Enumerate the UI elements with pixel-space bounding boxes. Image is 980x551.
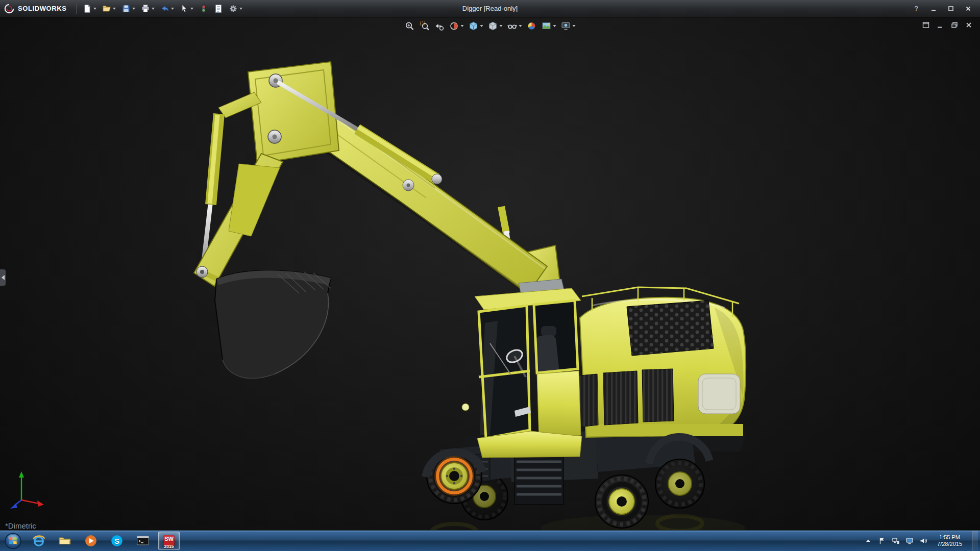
command-prompt-button[interactable] (132, 532, 154, 550)
excavator-model[interactable] (0, 17, 980, 531)
volume-button[interactable] (918, 535, 928, 546)
options-button[interactable] (227, 2, 244, 15)
select-button[interactable] (178, 2, 195, 15)
display-button[interactable] (904, 535, 915, 546)
zoom-to-area-button[interactable] (419, 20, 431, 32)
graphics-area[interactable]: *Dimetric (0, 17, 980, 531)
solidworks-icon (162, 534, 176, 548)
wheel-rear-left[interactable] (595, 475, 648, 528)
show-desktop-button[interactable] (972, 531, 978, 551)
window-menu-icon (922, 21, 930, 29)
rebuild-button[interactable] (197, 2, 210, 15)
orientation-label: *Dimetric (5, 521, 36, 530)
wheel-rear-right[interactable] (655, 459, 704, 508)
apply-scene-icon (542, 21, 552, 31)
skype-icon (110, 534, 124, 548)
tray-clock[interactable]: 1:55 PM 7/28/2015 (933, 534, 966, 548)
help-button[interactable]: ? (912, 4, 921, 13)
select-icon (180, 4, 189, 13)
dropdown-caret (480, 25, 483, 27)
cab[interactable] (462, 279, 582, 458)
side-grilles (569, 369, 674, 428)
brand-name: SOLIDWORKS (18, 5, 67, 12)
link-pin-a-center (200, 270, 204, 274)
restore-doc-button[interactable] (950, 21, 959, 29)
command-prompt-icon (136, 534, 150, 548)
heads-up-toolbar (404, 20, 577, 32)
flag-button[interactable] (877, 535, 887, 546)
hide-show-items-button[interactable] (506, 20, 523, 32)
minimize-doc-icon (936, 21, 944, 29)
taskbar: SSW2015 1:55 PM 7/28/2015 (0, 530, 980, 551)
minimize-doc-button[interactable] (936, 21, 944, 29)
view-orientation-icon (469, 21, 479, 31)
internet-explorer-button[interactable] (28, 532, 50, 550)
open-icon (102, 4, 111, 13)
x-axis-arrow (37, 500, 44, 507)
section-view-button[interactable] (448, 20, 465, 32)
window-menu-button[interactable] (922, 21, 930, 29)
minimize-button[interactable] (929, 4, 938, 13)
previous-view-icon (434, 21, 445, 31)
orientation-triad (7, 468, 47, 510)
title-bar: SOLIDWORKS Digger [Read-only] ? (0, 0, 980, 17)
dropdown-caret (93, 8, 96, 10)
apply-scene-button[interactable] (541, 20, 557, 32)
tray-icons (863, 535, 928, 546)
open-button[interactable] (100, 2, 118, 15)
engine-skirt (587, 424, 743, 436)
close-button[interactable] (964, 4, 973, 13)
media-player-icon (84, 534, 98, 548)
hidden-icons-button[interactable] (863, 535, 873, 546)
view-settings-button[interactable] (560, 20, 577, 32)
internet-explorer-icon (32, 534, 46, 548)
previous-view-button[interactable] (433, 20, 446, 32)
edit-appearance-button[interactable] (526, 20, 538, 32)
new-button[interactable] (81, 2, 99, 15)
display-icon (905, 537, 914, 545)
media-player-button[interactable] (80, 532, 102, 550)
dropdown-caret (113, 8, 116, 10)
solidworks-logo-icon (4, 4, 14, 14)
clock-time: 1:55 PM (937, 534, 962, 541)
bucket[interactable] (215, 270, 331, 378)
plate-pin-top-center (274, 79, 278, 83)
view-orientation-button[interactable] (468, 20, 484, 32)
plate-pin-bottom-center (273, 135, 277, 139)
save-button[interactable] (119, 2, 137, 15)
cylinder-end-boss[interactable] (432, 174, 442, 184)
skype-button[interactable]: S (106, 532, 128, 550)
network-button[interactable] (891, 535, 901, 546)
file-properties-button[interactable] (212, 2, 225, 15)
help-label: ? (914, 5, 918, 12)
lift-cylinder-tube[interactable] (501, 207, 506, 233)
dropdown-caret (519, 25, 522, 27)
file-explorer-button[interactable] (54, 532, 76, 550)
dropdown-caret (500, 25, 503, 27)
collapse-panel-arrow[interactable] (0, 269, 6, 286)
cab-door-panel[interactable] (537, 371, 581, 439)
close-icon (965, 5, 972, 12)
close-doc-button[interactable] (965, 21, 973, 29)
print-icon (141, 4, 150, 13)
boom[interactable] (306, 108, 547, 294)
print-button[interactable] (139, 2, 157, 15)
solidworks-button[interactable]: SW2015 (158, 532, 180, 550)
new-icon (83, 4, 92, 13)
apex-plate[interactable] (248, 62, 339, 164)
toolbar-separator (76, 4, 77, 14)
document-window-controls (922, 21, 973, 29)
zoom-to-fit-icon (405, 21, 415, 31)
view-settings-icon (561, 21, 571, 31)
display-style-button[interactable] (487, 20, 504, 32)
y-axis-arrow (19, 471, 24, 478)
undo-button[interactable] (158, 2, 176, 15)
network-icon (892, 537, 900, 545)
hide-show-items-icon (507, 21, 518, 31)
engine-housing[interactable] (569, 287, 746, 437)
start-button[interactable] (2, 532, 23, 550)
maximize-button[interactable] (946, 4, 955, 13)
system-tray: 1:55 PM 7/28/2015 (863, 531, 980, 551)
save-icon (121, 4, 131, 13)
zoom-to-fit-button[interactable] (404, 20, 416, 32)
